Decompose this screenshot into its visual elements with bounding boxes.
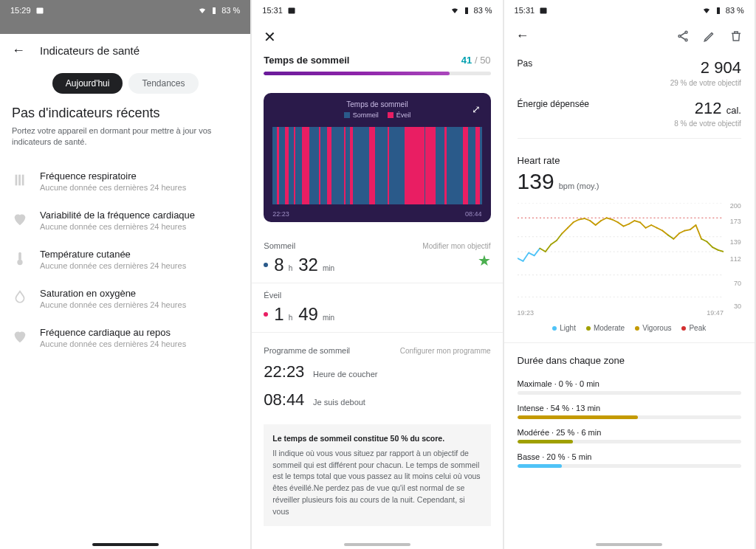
svg-line-20 bbox=[518, 258, 523, 261]
zone-intense: Intense · 54 % · 13 min bbox=[504, 401, 755, 425]
svg-line-38 bbox=[617, 222, 623, 226]
svg-line-42 bbox=[640, 222, 646, 228]
chart-legend: Sommeil Éveil bbox=[272, 111, 481, 119]
metric-title: Saturation en oxygène bbox=[40, 288, 186, 299]
legend-swatch-wake bbox=[388, 112, 394, 118]
back-arrow-icon[interactable]: ← bbox=[12, 43, 25, 58]
svg-rect-1 bbox=[213, 7, 216, 14]
svg-line-49 bbox=[678, 231, 684, 234]
home-indicator[interactable] bbox=[92, 543, 159, 546]
metric-hrv[interactable]: Variabilité de la fréquence cardiaque Au… bbox=[0, 201, 250, 240]
score-label: Temps de sommeil bbox=[264, 55, 349, 66]
svg-rect-10 bbox=[717, 7, 720, 14]
svg-line-43 bbox=[645, 225, 651, 228]
status-battery: 83 % bbox=[474, 6, 492, 15]
heart-icon bbox=[12, 211, 28, 227]
hr-value: 139 bbox=[518, 169, 554, 194]
wake-duration: 1h 49min bbox=[252, 301, 502, 333]
svg-line-21 bbox=[523, 253, 529, 261]
bedtime-row: 22:23 Heure de coucher bbox=[252, 356, 502, 384]
expand-icon[interactable]: ⤢ bbox=[472, 103, 481, 115]
sleep-section-label: Sommeil bbox=[264, 241, 295, 250]
page-title: Indicateurs de santé bbox=[40, 44, 140, 57]
svg-line-50 bbox=[684, 229, 690, 231]
energy-block: Énergie dépensée 212 cal. 8 % de votre o… bbox=[504, 92, 755, 132]
top-bar: ← bbox=[504, 21, 755, 51]
home-indicator[interactable] bbox=[596, 543, 662, 546]
svg-line-22 bbox=[529, 253, 535, 256]
svg-line-29 bbox=[568, 222, 574, 228]
wifi-icon bbox=[702, 6, 711, 15]
battery-icon bbox=[462, 6, 471, 15]
zone-moderate: Modérée · 25 % · 6 min bbox=[504, 425, 755, 449]
steps-label: Pas bbox=[518, 58, 533, 69]
share-icon[interactable] bbox=[676, 30, 690, 43]
svg-line-44 bbox=[651, 225, 657, 228]
svg-rect-2 bbox=[16, 174, 18, 185]
info-title: Le temps de sommeil constitue 50 % du sc… bbox=[272, 433, 481, 445]
delete-icon[interactable] bbox=[729, 30, 743, 43]
svg-rect-8 bbox=[465, 7, 468, 14]
no-indicators-sub: Portez votre appareil en dormant pour me… bbox=[0, 125, 250, 162]
svg-line-56 bbox=[718, 250, 724, 252]
svg-point-13 bbox=[685, 38, 687, 41]
svg-line-40 bbox=[629, 221, 635, 224]
metric-resting-hr[interactable]: Fréquence cardiaque au repos Aucune donn… bbox=[0, 318, 250, 357]
hr-chart-svg bbox=[518, 203, 724, 297]
score-progress bbox=[264, 72, 490, 75]
metric-spo2[interactable]: Saturation en oxygène Aucune donnée ces … bbox=[0, 279, 250, 318]
svg-line-53 bbox=[701, 239, 707, 242]
svg-line-31 bbox=[579, 218, 585, 220]
wake-section-label: Éveil bbox=[264, 291, 281, 300]
legend-dot-light bbox=[552, 326, 557, 331]
wakeup-row: 08:44 Je suis debout bbox=[252, 384, 502, 412]
thermometer-icon bbox=[12, 250, 28, 266]
hr-unit: bpm (moy.) bbox=[559, 182, 599, 190]
sleep-duration: 8h 32min ★ bbox=[252, 252, 502, 283]
metric-sub: Aucune donnée ces dernières 24 heures bbox=[40, 300, 186, 309]
score-row: Temps de sommeil 41 / 50 bbox=[252, 53, 502, 69]
hr-title: Heart rate bbox=[504, 139, 755, 169]
metric-title: Fréquence cardiaque au repos bbox=[40, 327, 186, 338]
zone-title: Durée dans chaque zone bbox=[504, 342, 755, 376]
score-progress-fill bbox=[264, 72, 450, 75]
no-indicators-heading: Pas d'indicateurs récents bbox=[0, 106, 250, 125]
info-body: Il indique où vous vous situez par rappo… bbox=[272, 449, 480, 516]
sleep-chart-card[interactable]: Temps de sommeil Sommeil Éveil ⤢ 22:23 0… bbox=[264, 93, 490, 222]
dot-wake-icon bbox=[264, 312, 268, 317]
chart-title: Temps de sommeil bbox=[272, 100, 481, 108]
svg-line-30 bbox=[573, 220, 579, 223]
metric-respiratory[interactable]: Fréquence respiratoire Aucune donnée ces… bbox=[0, 162, 250, 201]
svg-line-47 bbox=[667, 235, 673, 239]
program-label: Programme de sommeil bbox=[264, 346, 350, 355]
back-arrow-icon[interactable]: ← bbox=[516, 28, 529, 44]
title-bar: ← Indicateurs de santé bbox=[0, 34, 250, 67]
hr-value-row: 139 bpm (moy.) bbox=[504, 169, 755, 200]
star-icon: ★ bbox=[478, 252, 491, 269]
pane-sleep-detail: 15:31 83 % ✕ Temps de sommeil 41 / 50 Te… bbox=[252, 0, 504, 549]
droplet-icon bbox=[12, 289, 28, 305]
tab-trends[interactable]: Tendances bbox=[128, 73, 198, 94]
modify-goal-link[interactable]: Modifier mon objectif bbox=[422, 242, 490, 250]
svg-line-33 bbox=[590, 221, 596, 225]
legend-dot-vigorous bbox=[635, 326, 639, 331]
status-battery: 83 % bbox=[221, 6, 240, 15]
wifi-icon bbox=[198, 6, 207, 15]
svg-line-24 bbox=[540, 249, 546, 252]
edit-icon[interactable] bbox=[703, 30, 716, 43]
svg-line-34 bbox=[595, 221, 601, 225]
metric-skin-temp[interactable]: Température cutanée Aucune donnée ces de… bbox=[0, 240, 250, 279]
dot-sleep-icon bbox=[264, 263, 268, 267]
steps-value: 2 904 bbox=[670, 58, 741, 77]
sleep-chart-area bbox=[272, 127, 481, 204]
close-icon[interactable]: ✕ bbox=[264, 28, 276, 46]
configure-program-link[interactable]: Configurer mon programme bbox=[400, 347, 491, 355]
home-indicator[interactable] bbox=[344, 543, 410, 546]
battery-icon bbox=[210, 6, 219, 15]
svg-line-45 bbox=[656, 228, 662, 231]
svg-line-25 bbox=[545, 244, 551, 252]
metric-title: Fréquence respiratoire bbox=[40, 170, 186, 182]
status-bar: 15:31 83 % bbox=[252, 0, 502, 21]
tab-today[interactable]: Aujourd'hui bbox=[52, 73, 123, 94]
energy-label: Énergie dépensée bbox=[518, 99, 589, 109]
